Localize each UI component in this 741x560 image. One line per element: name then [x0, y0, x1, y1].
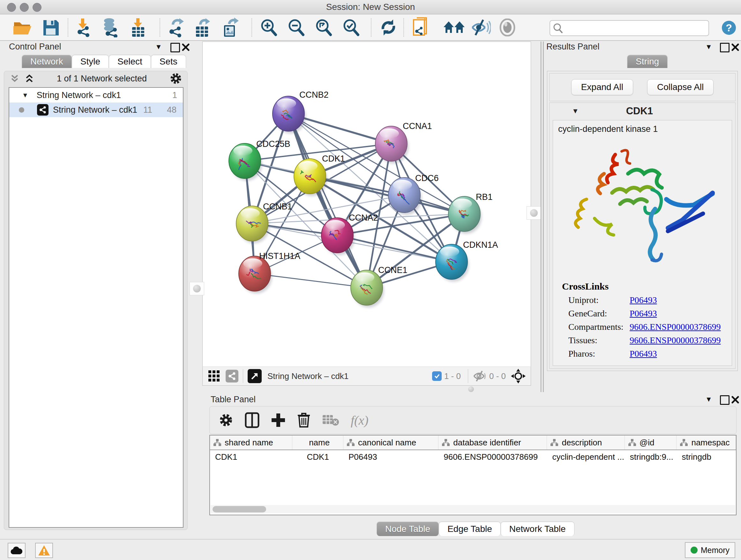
network-node-CCNB2[interactable] [273, 96, 306, 133]
homes-icon[interactable] [443, 14, 465, 40]
control-panel-menu-icon[interactable]: ▼ [155, 43, 162, 51]
crosslink-link[interactable]: P06493 [630, 295, 657, 305]
column-header-shared-name[interactable]: shared name [210, 435, 292, 449]
collapse-all-icon[interactable] [10, 74, 19, 83]
grid-view-icon[interactable] [208, 370, 220, 382]
table-gear-icon[interactable] [219, 413, 233, 428]
column-header-name[interactable]: name [292, 435, 343, 449]
delete-table-icon[interactable] [322, 413, 339, 427]
results-panel-float-icon[interactable] [720, 43, 730, 52]
zoom-out-icon[interactable] [286, 14, 306, 40]
table-row[interactable]: CDK1CDK1P064939606.ENSP00000378699cyclin… [210, 450, 736, 463]
control-panel-close-icon[interactable] [182, 44, 190, 51]
collection-caret-icon[interactable]: ▼ [22, 91, 28, 99]
table-cell[interactable]: stringdb:9... [625, 450, 677, 463]
warnings-button[interactable] [35, 543, 53, 558]
import-network-file-icon[interactable] [74, 14, 93, 40]
zoom-fit-icon[interactable] [314, 14, 333, 40]
table-body: CDK1CDK1P064939606.ENSP00000378699cyclin… [210, 450, 736, 463]
table-cell[interactable]: P06493 [343, 450, 439, 463]
tree-column-icon [680, 439, 688, 446]
collapse-all-button[interactable]: Collapse All [647, 79, 714, 95]
column-header-canonical-name[interactable]: canonical name [343, 435, 439, 449]
table-cell[interactable]: 9606.ENSP00000378699 [439, 450, 547, 463]
network-node-CCNB1[interactable] [236, 206, 269, 243]
right-splitter-handle[interactable] [527, 206, 541, 220]
add-column-icon[interactable] [271, 413, 286, 428]
cloud-button[interactable] [8, 543, 25, 558]
hide-eye-icon[interactable] [470, 14, 491, 40]
control-panel-float-icon[interactable] [171, 43, 180, 52]
show-columns-icon[interactable] [245, 412, 259, 428]
zoom-selected-icon[interactable] [341, 14, 360, 40]
network-collection-row[interactable]: ▼ String Network – cdk1 1 [9, 88, 183, 103]
column-header-namespac[interactable]: namespac [677, 435, 736, 449]
crosslink-link[interactable]: 9606.ENSP00000378699 [630, 335, 721, 346]
table-cell[interactable]: cyclin-dependent ... [547, 450, 624, 463]
export-table-icon[interactable] [193, 14, 212, 40]
import-table-icon[interactable] [129, 14, 147, 40]
table-panel-float-icon[interactable] [720, 395, 730, 405]
entry-caret-icon[interactable]: ▼ [572, 107, 579, 115]
table-cell[interactable]: stringdb [677, 450, 736, 463]
results-panel-menu-icon[interactable]: ▼ [705, 43, 712, 51]
network-view-badge-icon[interactable] [226, 370, 239, 382]
tab-select[interactable]: Select [109, 55, 151, 68]
document-network-icon[interactable] [412, 14, 430, 40]
network-options-gear-icon[interactable] [170, 72, 182, 85]
network-node-CCNA1[interactable] [375, 126, 408, 164]
network-node-CDK1[interactable] [294, 159, 327, 196]
tab-string[interactable]: String [627, 55, 668, 68]
table-cell[interactable]: CDK1 [210, 450, 292, 463]
column-header-@id[interactable]: @id [625, 435, 677, 449]
network-node-RB1[interactable] [448, 196, 482, 234]
crosslink-row: Tissues:9606.ENSP00000378699 [568, 335, 732, 346]
table-panel-close-icon[interactable] [731, 396, 739, 403]
tab-style[interactable]: Style [72, 55, 109, 68]
export-network-icon[interactable] [166, 14, 186, 40]
refresh-icon[interactable] [379, 14, 398, 40]
network-node-CDC25B[interactable] [229, 143, 262, 181]
table-panel-menu-icon[interactable]: ▼ [705, 395, 712, 403]
expand-all-icon[interactable] [24, 74, 34, 83]
save-session-icon[interactable] [42, 14, 59, 40]
left-splitter-handle[interactable] [190, 282, 204, 295]
search-input[interactable] [565, 23, 709, 33]
scrollbar-thumb[interactable] [212, 506, 266, 512]
column-header-database-identifier[interactable]: database identifier [439, 435, 547, 449]
tab-edge-table[interactable]: Edge Table [439, 522, 501, 536]
crosslink-link[interactable]: P06493 [630, 308, 657, 319]
selected-checkbox-icon[interactable] [432, 371, 442, 381]
eye-orb-icon[interactable] [498, 14, 516, 40]
function-builder-icon[interactable]: f(x) [351, 413, 368, 428]
tab-network-table[interactable]: Network Table [501, 522, 575, 536]
delete-column-icon[interactable] [297, 412, 311, 428]
crosslink-link[interactable]: 9606.ENSP00000378699 [630, 322, 721, 332]
tab-sets[interactable]: Sets [151, 55, 186, 68]
table-horizontal-scrollbar[interactable] [211, 505, 735, 513]
panel-divider[interactable] [541, 42, 544, 392]
column-header-description[interactable]: description [547, 435, 624, 449]
network-node-CCNA2[interactable] [321, 218, 354, 255]
results-panel-close-icon[interactable] [731, 44, 739, 51]
tab-network[interactable]: Network [22, 55, 72, 68]
network-node-HIST1H1A[interactable] [239, 256, 272, 294]
memory-button[interactable]: Memory [685, 542, 735, 558]
network-graph[interactable]: CCNB2CCNA1CDC25BCDK1CDC6RB1CCNB1CCNA2CDK… [203, 42, 531, 367]
expand-all-button[interactable]: Expand All [571, 79, 633, 95]
open-view-icon[interactable] [248, 369, 262, 383]
network-node-CCNE1[interactable] [351, 270, 384, 307]
open-session-icon[interactable] [13, 14, 32, 40]
network-canvas[interactable]: CCNB2CCNA1CDC25BCDK1CDC6RB1CCNB1CCNA2CDK… [202, 42, 531, 367]
table-cell[interactable]: CDK1 [292, 450, 343, 463]
import-network-database-icon[interactable] [101, 14, 121, 40]
tab-node-table[interactable]: Node Table [377, 522, 439, 536]
export-image-icon[interactable] [221, 14, 240, 40]
crosslink-link[interactable]: P06493 [630, 349, 657, 359]
network-row-selected[interactable]: String Network – cdk1 11 48 [9, 103, 183, 117]
help-button[interactable]: ? [722, 21, 736, 35]
network-node-CDKN1A[interactable] [435, 244, 469, 282]
birds-eye-icon[interactable] [510, 368, 526, 384]
zoom-in-icon[interactable] [259, 14, 278, 40]
bottom-splitter-handle[interactable] [465, 386, 477, 393]
